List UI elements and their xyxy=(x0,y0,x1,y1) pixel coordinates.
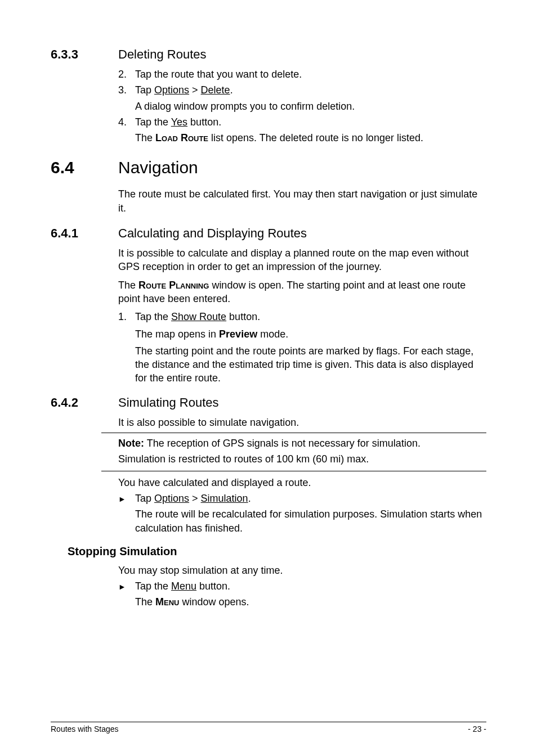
step-sub: A dialog window prompts you to confirm d… xyxy=(135,100,486,113)
paragraph: You have calculated and displayed a rout… xyxy=(118,476,486,489)
step-text: Tap Options > Delete. A dialog window pr… xyxy=(135,83,486,113)
section-title: Calculating and Displaying Routes xyxy=(118,226,307,241)
menu-label: Menu xyxy=(155,596,179,608)
stopping-body: You may stop simulation at any time. ► T… xyxy=(118,564,486,609)
bullet-icon: ► xyxy=(118,492,135,535)
step-sub: The Load Route list opens. The deleted r… xyxy=(135,131,486,145)
note-box: Note: The reception of GPS signals is no… xyxy=(101,433,486,471)
simulation-link: Simulation xyxy=(201,493,248,504)
page-footer: Routes with Stages - 23 - xyxy=(51,722,486,734)
paragraph: It is possible to calculate and display … xyxy=(118,246,486,274)
bullet-icon: ► xyxy=(118,579,135,609)
heading-64: 6.4 Navigation xyxy=(51,158,486,177)
bullet-sub: The route will be recalculated for simul… xyxy=(135,507,486,535)
paragraph: The Route Planning window is open. The s… xyxy=(118,278,486,306)
section-64-intro: The route must be calculated first. You … xyxy=(118,187,486,215)
section-number: 6.4 xyxy=(51,158,118,177)
route-planning-label: Route Planning xyxy=(138,280,209,291)
preview-label: Preview xyxy=(219,328,257,340)
delete-link: Delete xyxy=(201,84,230,96)
step-number: 1. xyxy=(118,310,135,385)
options-link: Options xyxy=(154,493,189,504)
paragraph: It is also possible to simulate navigati… xyxy=(118,416,486,429)
step-3: 3. Tap Options > Delete. A dialog window… xyxy=(118,83,486,113)
note-line-2: Simulation is restricted to routes of 10… xyxy=(118,452,486,466)
section-number: 6.4.1 xyxy=(51,226,118,241)
heading-641: 6.4.1 Calculating and Displaying Routes xyxy=(51,226,486,241)
note-line-1: Note: The reception of GPS signals is no… xyxy=(118,436,486,450)
section-641-body: It is possible to calculate and display … xyxy=(118,246,486,385)
section-642-body: It is also possible to simulate navigati… xyxy=(118,416,486,429)
yes-link: Yes xyxy=(171,116,187,128)
heading-633: 6.3.3 Deleting Routes xyxy=(51,47,486,62)
step-text: Tap the Show Route button. The map opens… xyxy=(135,310,486,385)
section-642-after-note: You have calculated and displayed a rout… xyxy=(118,476,486,535)
step-1: 1. Tap the Show Route button. The map op… xyxy=(118,310,486,385)
footer-right: - 23 - xyxy=(468,724,486,734)
paragraph: You may stop simulation at any time. xyxy=(118,564,486,577)
step-2: 2. Tap the route that you want to delete… xyxy=(118,68,486,81)
load-route-label: Load Route xyxy=(155,132,208,143)
section-title: Deleting Routes xyxy=(118,47,207,62)
bullet-sub: The Menu window opens. xyxy=(135,595,486,609)
section-number: 6.4.2 xyxy=(51,395,118,410)
section-title: Simulating Routes xyxy=(118,395,219,410)
step-text: Tap the route that you want to delete. xyxy=(135,68,486,81)
bullet-text: Tap Options > Simulation. The route will… xyxy=(135,492,486,535)
heading-stopping: Stopping Simulation xyxy=(68,545,486,558)
menu-link: Menu xyxy=(171,580,196,592)
note-label: Note: xyxy=(118,438,144,449)
step-text: Tap the Yes button. The Load Route list … xyxy=(135,115,486,145)
step-number: 2. xyxy=(118,68,135,81)
step-4: 4. Tap the Yes button. The Load Route li… xyxy=(118,115,486,145)
bullet-text: Tap the Menu button. The Menu window ope… xyxy=(135,579,486,609)
heading-642: 6.4.2 Simulating Routes xyxy=(51,395,486,410)
options-link: Options xyxy=(154,84,189,96)
show-route-link: Show Route xyxy=(171,311,226,322)
section-633-body: 2. Tap the route that you want to delete… xyxy=(118,68,486,145)
section-number: 6.3.3 xyxy=(51,47,118,62)
bullet-item: ► Tap Options > Simulation. The route wi… xyxy=(118,492,486,535)
step-sub: The starting point and the route points … xyxy=(135,344,486,385)
footer-left: Routes with Stages xyxy=(51,724,119,734)
step-number: 4. xyxy=(118,115,135,145)
page: 6.3.3 Deleting Routes 2. Tap the route t… xyxy=(0,0,537,756)
section-title: Navigation xyxy=(118,158,198,177)
bullet-item: ► Tap the Menu button. The Menu window o… xyxy=(118,579,486,609)
step-number: 3. xyxy=(118,83,135,113)
step-sub: The map opens in Preview mode. xyxy=(135,327,486,341)
